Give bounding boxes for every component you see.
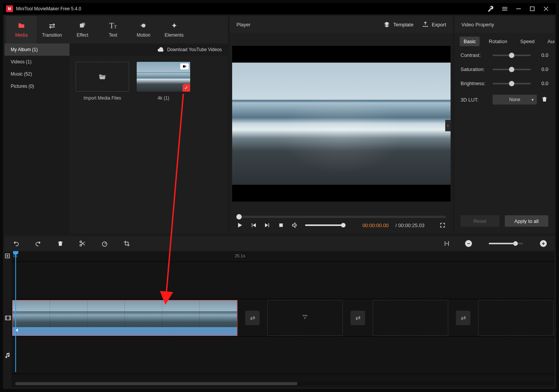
next-frame-button[interactable] (264, 222, 271, 229)
audio-track-header[interactable] (5, 337, 11, 374)
volume-slider[interactable] (305, 224, 343, 226)
cloud-download-icon (157, 46, 164, 53)
timeline-h-scroll-thumb[interactable] (15, 382, 297, 385)
tab-effect-label: Effect (77, 32, 88, 38)
speed-button[interactable] (101, 240, 108, 247)
crop-button[interactable] (123, 240, 131, 247)
tab-media[interactable]: Media (6, 16, 37, 44)
drop-slot[interactable] (373, 300, 448, 336)
current-time: 00:00:00.00 (362, 223, 389, 228)
transition-slot[interactable]: ⇄ (456, 311, 470, 325)
contrast-label: Contrast: (460, 52, 489, 58)
contrast-slider[interactable] (493, 55, 531, 56)
svg-rect-3 (82, 23, 85, 26)
activate-key-icon[interactable] (484, 3, 498, 15)
sidebar-item-album[interactable]: My Album (1) (5, 44, 69, 56)
zoom-in-button[interactable]: + (540, 240, 547, 247)
svg-rect-11 (5, 316, 11, 320)
drop-slot[interactable] (478, 300, 554, 336)
timeline-h-scrollbar[interactable] (15, 382, 554, 385)
tab-elements[interactable]: ✦ Elements (159, 16, 189, 44)
titlebar: M MiniTool MovieMaker Free 5.4.0 (3, 3, 556, 15)
timeline-ruler[interactable]: 0s 25.1s (11, 251, 554, 262)
film-icon (5, 315, 11, 321)
lut-delete-button[interactable] (541, 96, 548, 104)
overlay-track[interactable] (11, 262, 554, 299)
scrub-knob[interactable] (236, 214, 242, 219)
redo-button[interactable] (34, 240, 42, 247)
add-track-button[interactable] (5, 251, 11, 262)
timeline-clip[interactable] (12, 300, 237, 336)
prop-tab-basic[interactable]: Basic (460, 37, 480, 46)
hamburger-menu-icon[interactable] (498, 3, 512, 15)
video-track[interactable]: ⇄ ⇄ ⇄ ⇄ (11, 299, 554, 337)
split-button[interactable] (79, 240, 86, 247)
import-media-label: Import Media Files (84, 95, 121, 101)
stop-button[interactable] (278, 222, 284, 229)
prev-frame-button[interactable] (250, 222, 257, 229)
contrast-value: 0.0 (535, 52, 548, 58)
audio-track[interactable] (11, 337, 554, 374)
zoom-out-button[interactable]: − (465, 240, 472, 247)
prop-tab-audio[interactable]: Audio (544, 37, 554, 46)
tab-effect[interactable]: Effect (67, 16, 98, 44)
prop-tab-rotation[interactable]: Rotation (485, 37, 511, 46)
fullscreen-button[interactable] (439, 222, 446, 229)
prop-tab-speed[interactable]: Speed (516, 37, 538, 46)
player-panel: Player Template Export (229, 16, 453, 234)
lut-select[interactable]: None ▾ (493, 95, 537, 105)
media-panel: Media ⇄ Transition Effect TT Text Motion (5, 16, 228, 234)
saturation-slider[interactable] (493, 69, 531, 70)
zoom-slider[interactable] (489, 243, 523, 244)
transition-slot[interactable]: ⇄ (245, 311, 260, 325)
close-button[interactable] (539, 3, 553, 15)
download-youtube-link[interactable]: Download YouTube Videos (167, 47, 222, 52)
player-stage (232, 46, 451, 202)
sidebar-item-pictures[interactable]: Pictures (0) (5, 80, 69, 92)
svg-rect-1 (530, 7, 535, 11)
folder-open-icon (97, 73, 107, 81)
sidebar-item-videos[interactable]: Videos (1) (5, 56, 69, 68)
tab-transition-label: Transition (42, 32, 62, 38)
app-logo-icon: M (6, 5, 13, 12)
reset-button[interactable]: Reset (460, 215, 499, 227)
export-button[interactable]: Export (422, 21, 446, 28)
svg-point-5 (141, 25, 142, 27)
transition-icon: ⇄ (48, 22, 56, 29)
tab-transition[interactable]: ⇄ Transition (37, 16, 67, 44)
trash-icon (541, 96, 548, 103)
playhead[interactable] (15, 251, 16, 372)
tab-media-label: Media (15, 32, 28, 38)
delete-button[interactable] (57, 240, 64, 247)
lut-label: 3D LUT: (460, 97, 489, 103)
brightness-slider[interactable] (493, 83, 531, 84)
transition-slot[interactable]: ⇄ (351, 311, 365, 325)
fit-button[interactable] (443, 240, 451, 247)
sidebar-item-music[interactable]: Music (52) (5, 68, 69, 80)
drop-slot[interactable] (267, 300, 343, 336)
minimize-button[interactable] (512, 3, 525, 15)
svg-rect-0 (516, 8, 521, 9)
add-track-icon (5, 253, 11, 260)
import-media-tile[interactable]: Import Media Files (76, 62, 129, 101)
svg-rect-6 (280, 224, 283, 227)
volume-icon[interactable] (291, 222, 298, 229)
template-button[interactable]: Template (383, 21, 414, 28)
elements-icon: ✦ (170, 22, 178, 29)
tab-text[interactable]: TT Text (98, 16, 128, 44)
collapse-properties-button[interactable]: › (445, 120, 451, 131)
maximize-button[interactable] (525, 3, 539, 15)
saturation-value: 0.0 (535, 66, 548, 72)
folder-icon (17, 22, 26, 29)
music-note-icon (5, 352, 11, 359)
check-badge-icon: ✓ (183, 84, 190, 92)
video-track-header[interactable] (5, 299, 11, 337)
tab-motion[interactable]: Motion (128, 16, 159, 44)
undo-button[interactable] (12, 240, 20, 247)
app-title: MiniTool MovieMaker Free 5.4.0 (16, 6, 81, 11)
scrub-bar[interactable] (236, 216, 446, 218)
effect-icon (78, 22, 87, 29)
apply-all-button[interactable]: Apply to all (505, 215, 548, 227)
play-button[interactable] (236, 222, 243, 229)
media-clip-tile[interactable]: ✓ 4k (1) (137, 62, 190, 101)
